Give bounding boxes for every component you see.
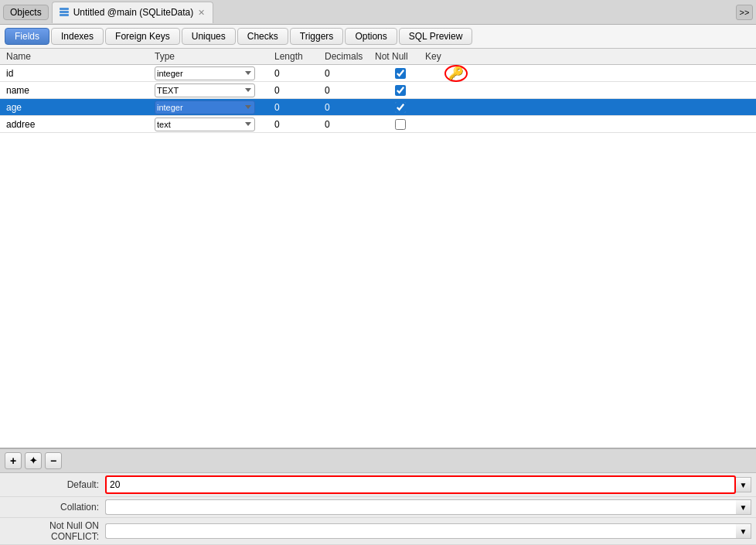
objects-label: Objects xyxy=(10,7,42,18)
tab-title: Untitled @main (SQLiteData) xyxy=(73,7,194,18)
tab-uniques[interactable]: Uniques xyxy=(182,28,236,45)
col-header-length: Length xyxy=(274,51,325,62)
collation-field-row: Collation: ▼ xyxy=(0,497,756,518)
plus-icon: + xyxy=(10,455,16,467)
edit-row-button[interactable]: ✦ xyxy=(25,452,42,469)
cell-decimals-id: 0 xyxy=(325,68,375,79)
cell-decimals-age: 0 xyxy=(325,102,375,113)
empty-space xyxy=(0,257,756,448)
table-row[interactable]: name TEXT integer text 0 0 xyxy=(0,82,756,99)
cell-type-age[interactable]: integer TEXT text xyxy=(155,100,274,114)
tab-close-icon[interactable]: ✕ xyxy=(198,8,205,18)
conflict-label: Not Null ON CONFLICT: xyxy=(5,520,105,542)
svg-rect-2 xyxy=(60,14,69,16)
main-content: Fields Indexes Foreign Keys Uniques Chec… xyxy=(0,25,756,545)
conflict-select-wrap: ▼ xyxy=(105,523,751,539)
conflict-field-row: Not Null ON CONFLICT: ▼ xyxy=(0,518,756,545)
tab-overflow-button[interactable]: >> xyxy=(736,5,753,20)
db-icon xyxy=(59,7,70,18)
col-header-type: Type xyxy=(155,51,274,62)
cell-decimals-addree: 0 xyxy=(325,119,375,130)
bottom-panel: + ✦ − Default: ▼ Collation: ▼ xyxy=(0,448,756,545)
bottom-toolbar: + ✦ − xyxy=(0,449,756,473)
default-field-row: Default: ▼ xyxy=(0,473,756,497)
cell-notnull-addree[interactable] xyxy=(375,119,425,130)
tab-overflow-label: >> xyxy=(740,8,750,17)
collation-dropdown-arrow[interactable]: ▼ xyxy=(736,499,751,515)
cell-length-id: 0 xyxy=(274,68,325,79)
col-header-key: Key xyxy=(425,51,487,62)
cell-name-id: id xyxy=(0,68,155,79)
default-input-highlight xyxy=(105,475,736,494)
notnull-checkbox-age[interactable] xyxy=(395,102,406,113)
edit-icon: ✦ xyxy=(29,455,37,466)
default-label: Default: xyxy=(5,479,105,490)
table-row-selected[interactable]: age integer TEXT text 0 0 xyxy=(0,99,756,116)
cell-notnull-id[interactable] xyxy=(375,68,425,79)
remove-row-button[interactable]: − xyxy=(45,452,62,469)
table-row[interactable]: addree text TEXT integer 0 0 xyxy=(0,116,756,133)
cell-type-id[interactable]: integer TEXT text REAL BLOB xyxy=(155,66,274,80)
default-input[interactable] xyxy=(107,477,734,492)
col-header-decimals: Decimals xyxy=(325,51,375,62)
tab-indexes[interactable]: Indexes xyxy=(51,28,104,45)
key-icon-id: 🔑 xyxy=(444,65,468,82)
notnull-checkbox-name[interactable] xyxy=(395,85,406,96)
type-select-name[interactable]: TEXT integer text xyxy=(155,83,255,97)
objects-button[interactable]: Objects xyxy=(3,5,49,20)
svg-rect-0 xyxy=(60,8,69,10)
tab-foreign-keys[interactable]: Foreign Keys xyxy=(105,28,180,45)
tab-checks[interactable]: Checks xyxy=(237,28,288,45)
cell-decimals-name: 0 xyxy=(325,85,375,96)
col-header-name: Name xyxy=(0,51,155,62)
cell-type-addree[interactable]: text TEXT integer xyxy=(155,118,274,131)
cell-length-name: 0 xyxy=(274,85,325,96)
cell-key-id: 🔑 xyxy=(425,65,487,82)
svg-rect-1 xyxy=(60,11,69,13)
main-tab[interactable]: Untitled @main (SQLiteData) ✕ xyxy=(52,2,214,23)
notnull-checkbox-id[interactable] xyxy=(395,68,406,79)
type-select-age[interactable]: integer TEXT text xyxy=(155,100,255,114)
cell-name-addree: addree xyxy=(0,119,155,130)
type-select-addree[interactable]: text TEXT integer xyxy=(155,118,255,131)
cell-notnull-age[interactable] xyxy=(375,102,425,113)
cell-notnull-name[interactable] xyxy=(375,85,425,96)
default-dropdown-arrow[interactable]: ▼ xyxy=(736,477,751,492)
conflict-select[interactable] xyxy=(105,523,736,539)
tab-fields[interactable]: Fields xyxy=(5,28,49,45)
tab-triggers[interactable]: Triggers xyxy=(290,28,344,45)
notnull-checkbox-addree[interactable] xyxy=(395,119,406,130)
minus-icon: − xyxy=(50,455,56,467)
table-area: id integer TEXT text REAL BLOB 0 0 � xyxy=(0,65,756,257)
type-select-id[interactable]: integer TEXT text REAL BLOB xyxy=(155,66,255,80)
cell-length-age: 0 xyxy=(274,102,325,113)
collation-select-wrap: ▼ xyxy=(105,499,751,515)
collation-label: Collation: xyxy=(5,502,105,513)
col-header-notnull: Not Null xyxy=(375,51,425,62)
collation-select[interactable] xyxy=(105,499,736,515)
tab-sql-preview[interactable]: SQL Preview xyxy=(399,28,473,45)
cell-type-name[interactable]: TEXT integer text xyxy=(155,83,274,97)
toolbar: Fields Indexes Foreign Keys Uniques Chec… xyxy=(0,25,756,49)
add-row-button[interactable]: + xyxy=(5,452,22,469)
column-headers: Name Type Length Decimals Not Null Key xyxy=(0,49,756,65)
cell-name-name: name xyxy=(0,85,155,96)
tab-options[interactable]: Options xyxy=(345,28,397,45)
tab-bar: Objects Untitled @main (SQLiteData) ✕ >> xyxy=(0,0,756,25)
table-row[interactable]: id integer TEXT text REAL BLOB 0 0 � xyxy=(0,65,756,82)
cell-name-age: age xyxy=(0,102,155,113)
conflict-dropdown-arrow[interactable]: ▼ xyxy=(736,523,751,539)
cell-length-addree: 0 xyxy=(274,119,325,130)
